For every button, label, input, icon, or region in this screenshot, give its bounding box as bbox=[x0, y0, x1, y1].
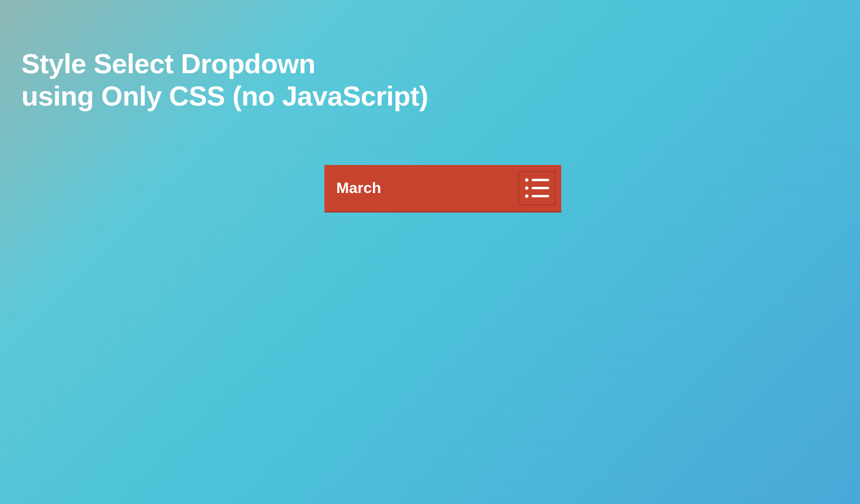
list-icon bbox=[525, 178, 549, 198]
heading-line-2: using Only CSS (no JavaScript) bbox=[21, 80, 428, 111]
page-title: Style Select Dropdown using Only CSS (no… bbox=[21, 48, 428, 113]
heading-line-1: Style Select Dropdown bbox=[21, 48, 315, 79]
month-select-dropdown[interactable]: March bbox=[324, 165, 561, 213]
select-value: March bbox=[336, 179, 518, 197]
dropdown-toggle-icon-box bbox=[518, 171, 556, 205]
